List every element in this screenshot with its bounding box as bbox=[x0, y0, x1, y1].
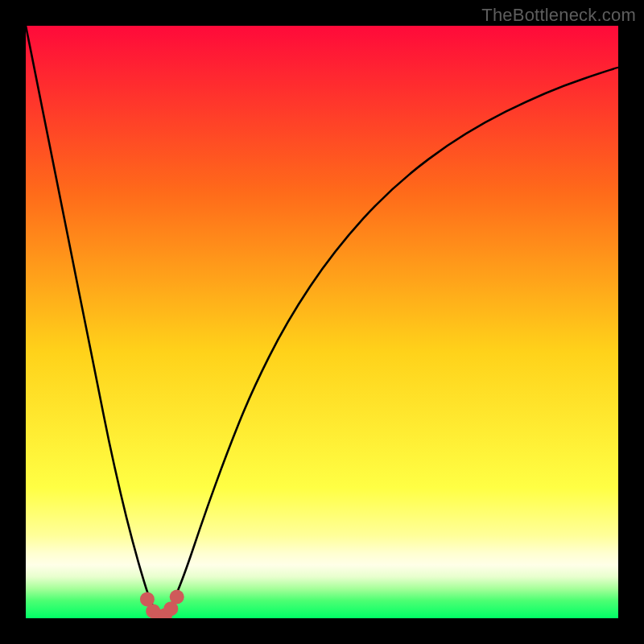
highlight-markers bbox=[140, 590, 184, 619]
highlight-marker bbox=[170, 590, 184, 605]
plot-area bbox=[26, 26, 618, 618]
curve-layer bbox=[26, 26, 618, 618]
bottleneck-curve bbox=[26, 26, 618, 617]
chart-frame: TheBottleneck.com bbox=[0, 0, 644, 644]
watermark-text: TheBottleneck.com bbox=[481, 5, 636, 26]
